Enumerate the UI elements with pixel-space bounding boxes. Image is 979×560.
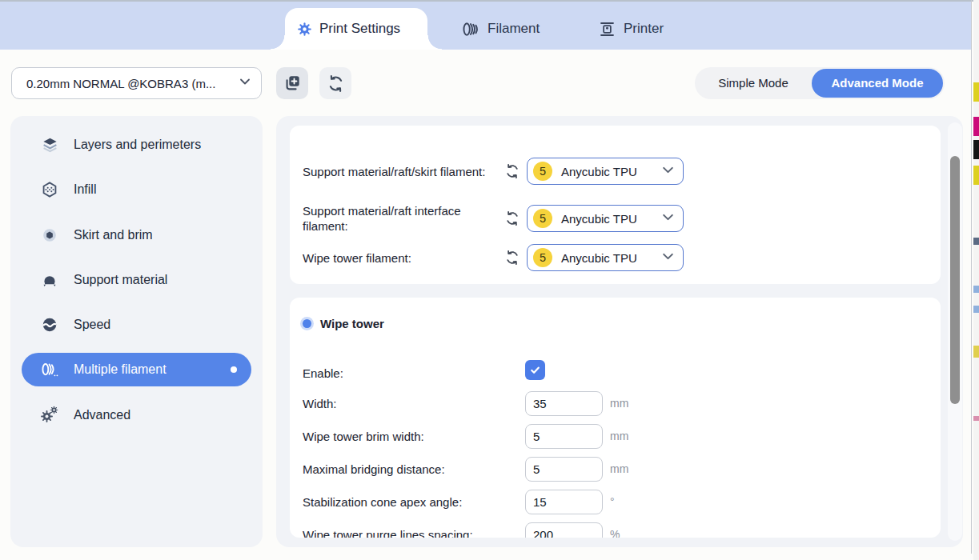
- tab-label: Print Settings: [319, 21, 400, 37]
- filament-number-badge: 5: [533, 162, 552, 181]
- section-header: Wipe tower: [303, 317, 384, 330]
- support-material-icon: [40, 270, 59, 290]
- filament-color-segment: [973, 140, 979, 159]
- purge-lines-spacing-input[interactable]: [525, 522, 603, 538]
- tab-printer[interactable]: Printer: [599, 10, 664, 48]
- printer-icon: [599, 21, 616, 38]
- settings-sidebar: Layers and perimeters Infill: [10, 116, 263, 547]
- filament-select-value: Anycubic TPU: [561, 165, 637, 178]
- chevron-down-icon: [239, 75, 251, 91]
- filament-color-segment: [973, 346, 979, 358]
- sidebar-item-support-material[interactable]: Support material: [10, 266, 263, 294]
- sidebar-item-layers-and-perimeters[interactable]: Layers and perimeters: [10, 131, 263, 158]
- filament-spool-icon: [461, 21, 479, 38]
- unit-label: %: [610, 522, 620, 538]
- filament-color-segment: [973, 416, 979, 421]
- chevron-down-icon: [661, 163, 675, 180]
- filament-color-segment: [973, 82, 979, 102]
- unit-label: °: [610, 490, 615, 514]
- skirt-brim-icon: [40, 226, 59, 245]
- add-preset-button[interactable]: [276, 67, 308, 99]
- setting-row: Width: mm: [290, 391, 941, 416]
- width-input[interactable]: [525, 391, 603, 416]
- dialog-right-edge: [971, 0, 972, 554]
- sidebar-item-advanced[interactable]: Advanced: [10, 402, 263, 429]
- add-preset-icon: [283, 74, 301, 92]
- scrollbar-thumb[interactable]: [950, 156, 960, 404]
- sidebar-item-label: Infill: [74, 182, 96, 197]
- unit-label: mm: [610, 457, 628, 482]
- tab-print-settings[interactable]: Print Settings: [285, 8, 427, 50]
- layers-icon: [40, 135, 59, 154]
- chevron-down-icon: [661, 210, 675, 227]
- tab-filament[interactable]: Filament: [461, 10, 540, 48]
- setting-label: Stabilization cone apex angle:: [303, 490, 462, 514]
- setting-row: Wipe tower purge lines spacing: %: [290, 522, 941, 538]
- setting-label: Wipe tower filament:: [303, 250, 507, 266]
- setting-row: Wipe tower brim width: mm: [290, 424, 941, 449]
- sidebar-item-infill[interactable]: Infill: [10, 176, 263, 203]
- enable-checkbox[interactable]: [525, 360, 545, 380]
- modified-indicator-dot: [231, 366, 237, 373]
- advanced-gears-icon: [40, 406, 59, 425]
- sidebar-item-label: Multiple filament: [74, 353, 167, 386]
- sidebar-item-label: Speed: [74, 318, 110, 332]
- filament-color-segment: [973, 117, 979, 136]
- filament-color-segment: [973, 166, 979, 185]
- revert-icon[interactable]: [504, 250, 520, 266]
- sidebar-item-label: Skirt and brim: [74, 228, 153, 242]
- infill-icon: [40, 180, 59, 199]
- setting-label: Support material/raft/skirt filament:: [303, 164, 507, 179]
- setting-row: Wipe tower filament: 5 Anycubic TPU: [290, 242, 941, 274]
- section-title: Wipe tower: [320, 317, 384, 330]
- check-icon: [529, 364, 541, 376]
- filament-color-segment: [973, 286, 979, 293]
- gear-icon: [297, 22, 312, 37]
- sidebar-item-multiple-filament[interactable]: Multiple filament: [22, 353, 251, 386]
- speed-icon: [40, 315, 59, 334]
- settings-panel: Support material/raft/skirt filament: 5 …: [276, 116, 963, 547]
- unit-label: mm: [610, 391, 628, 416]
- mode-toggle: Simple Mode Advanced Mode: [695, 67, 945, 99]
- sidebar-item-label: Layers and perimeters: [74, 138, 201, 152]
- setting-label: Wipe tower brim width:: [303, 424, 424, 449]
- enable-label: Enable:: [303, 363, 343, 384]
- filament-selection-card: Support material/raft/skirt filament: 5 …: [290, 126, 941, 284]
- filament-number-badge: 5: [533, 248, 552, 267]
- filament-color-segment: [973, 306, 979, 313]
- revert-icon[interactable]: [504, 210, 520, 226]
- filament-color-segment: [973, 238, 979, 245]
- filament-select[interactable]: 5 Anycubic TPU: [527, 205, 684, 232]
- setting-row: Maximal bridging distance: mm: [290, 457, 941, 482]
- filament-select[interactable]: 5 Anycubic TPU: [527, 244, 684, 271]
- filament-select[interactable]: 5 Anycubic TPU: [527, 158, 684, 185]
- sidebar-item-label: Support material: [74, 273, 167, 287]
- setting-label: Maximal bridging distance:: [303, 457, 445, 482]
- preset-select[interactable]: 0.20mm NORMAL @KOBRA3 (m...: [11, 67, 262, 99]
- preset-value: 0.20mm NORMAL @KOBRA3 (m...: [26, 77, 215, 90]
- unit-label: mm: [610, 424, 628, 449]
- advanced-mode-button[interactable]: Advanced Mode: [812, 69, 943, 98]
- filament-number-badge: 5: [533, 209, 552, 228]
- reset-icon: [327, 74, 345, 93]
- sidebar-item-speed[interactable]: Speed: [10, 311, 263, 338]
- cone-angle-input[interactable]: [525, 490, 603, 514]
- filament-select-value: Anycubic TPU: [561, 212, 637, 226]
- setting-row: Stabilization cone apex angle: °: [290, 490, 941, 514]
- setting-row: Support material/raft/skirt filament: 5 …: [290, 150, 941, 193]
- sidebar-item-skirt-and-brim[interactable]: Skirt and brim: [10, 222, 263, 249]
- brim-width-input[interactable]: [525, 424, 603, 449]
- setting-label: Wipe tower purge lines spacing:: [303, 522, 473, 538]
- sidebar-item-label: Advanced: [74, 408, 130, 422]
- simple-mode-button[interactable]: Simple Mode: [695, 67, 812, 99]
- filament-select-value: Anycubic TPU: [561, 251, 637, 265]
- multiple-filament-icon: [40, 360, 59, 379]
- bridging-distance-input[interactable]: [525, 457, 603, 482]
- reset-preset-button[interactable]: [319, 67, 351, 99]
- section-bullet-icon: [303, 319, 311, 328]
- revert-icon[interactable]: [504, 163, 520, 179]
- setting-label: Support material/raft interface filament…: [303, 203, 507, 234]
- chevron-down-icon: [661, 250, 675, 266]
- setting-label: Width:: [303, 391, 337, 416]
- tab-label: Printer: [624, 21, 664, 37]
